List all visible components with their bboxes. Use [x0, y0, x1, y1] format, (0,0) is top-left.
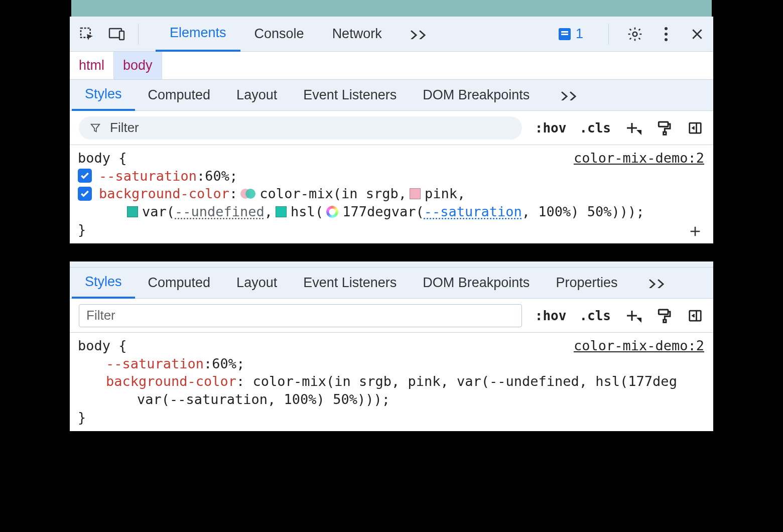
declaration-checkbox[interactable] — [78, 187, 92, 201]
css-semi: ; — [229, 167, 237, 185]
css-colon: : — [197, 167, 205, 185]
tab-network[interactable]: Network — [318, 17, 396, 52]
toolbar-divider — [138, 24, 139, 45]
css-semi: ; — [636, 203, 644, 221]
subtabs-overflow[interactable] — [548, 80, 593, 111]
styles-filter-input[interactable]: Filter — [79, 116, 522, 140]
subtab-layout[interactable]: Layout — [223, 268, 290, 299]
add-declaration-icon[interactable] — [686, 222, 704, 240]
filter-placeholder: Filter — [86, 308, 115, 323]
style-rule: color-mix-demo:2 body { --saturation : 6… — [70, 333, 713, 431]
dom-breadcrumb: html body — [70, 52, 713, 80]
svg-rect-13 — [664, 320, 666, 322]
css-value[interactable]: 177deg — [342, 203, 392, 221]
toggle-sidebar-icon[interactable] — [686, 307, 704, 325]
cls-toggle[interactable]: .cls — [579, 120, 611, 136]
declaration-checkbox[interactable] — [78, 169, 92, 183]
css-value[interactable]: 60% — [212, 355, 236, 373]
main-toolbar: Elements Console Network 1 — [70, 17, 713, 52]
subtab-layout[interactable]: Layout — [223, 80, 290, 111]
rule-source-link[interactable]: color-mix-demo:2 — [574, 337, 704, 355]
css-property[interactable]: background-color — [99, 185, 229, 203]
subtab-computed[interactable]: Computed — [135, 268, 224, 299]
issues-count: 1 — [576, 26, 583, 42]
tabs-overflow[interactable] — [396, 17, 443, 52]
css-property[interactable]: background-color — [106, 372, 236, 390]
new-style-rule-icon[interactable] — [624, 119, 642, 137]
styles-filter-input[interactable]: Filter — [79, 304, 522, 327]
color-swatch-pink[interactable] — [410, 188, 421, 199]
style-rule: color-mix-demo:2 body { --saturation : 6… — [70, 145, 713, 243]
tab-elements[interactable]: Elements — [156, 17, 240, 52]
svg-point-5 — [665, 33, 668, 36]
color-swatch-teal[interactable] — [276, 206, 287, 217]
subtabs-overflow[interactable] — [635, 268, 681, 299]
svg-rect-14 — [690, 311, 701, 321]
devtools-panel-top: Elements Console Network 1 — [70, 17, 713, 243]
subtab-event-listeners[interactable]: Event Listeners — [290, 80, 410, 111]
settings-icon[interactable] — [626, 25, 644, 43]
styles-filter-row: Filter :hov .cls — [70, 111, 713, 145]
css-property[interactable]: --saturation — [106, 355, 204, 373]
brace-close: } — [78, 409, 86, 427]
main-tabs: Elements Console Network — [156, 17, 443, 52]
breadcrumb-html[interactable]: html — [70, 52, 114, 79]
css-semi: ; — [236, 355, 244, 373]
subtab-dom-breakpoints[interactable]: DOM Breakpoints — [410, 80, 543, 111]
css-colon: : — [204, 355, 212, 373]
css-value[interactable]: in srgb, — [341, 185, 407, 203]
cls-toggle[interactable]: .cls — [579, 308, 611, 323]
new-style-rule-icon[interactable] — [624, 307, 642, 325]
css-value[interactable]: var(--saturation, 100%) 50%))); — [137, 390, 390, 409]
subtab-event-listeners[interactable]: Event Listeners — [290, 268, 410, 299]
css-value[interactable]: var( — [142, 203, 175, 221]
brace-open: { — [118, 149, 126, 167]
filter-placeholder: Filter — [110, 120, 139, 136]
css-colon: : — [229, 185, 237, 203]
kebab-menu-icon[interactable] — [657, 25, 675, 43]
paint-icon[interactable] — [655, 119, 673, 137]
rule-selector[interactable]: body — [78, 337, 110, 355]
rule-selector[interactable]: body — [78, 149, 110, 167]
brace-open: { — [118, 337, 126, 355]
filter-icon — [90, 122, 101, 134]
subtab-computed[interactable]: Computed — [135, 80, 224, 111]
css-value[interactable]: : color-mix(in srgb, pink, var(--undefin… — [236, 372, 677, 390]
css-value[interactable]: var( — [392, 203, 424, 221]
page-preview-strip — [70, 0, 713, 17]
css-variable-undefined[interactable]: --undefined — [175, 203, 265, 221]
svg-rect-8 — [664, 132, 666, 135]
tab-console[interactable]: Console — [240, 17, 318, 52]
toggle-sidebar-icon[interactable] — [686, 119, 704, 137]
device-toolbar-icon[interactable] — [108, 25, 126, 43]
brace-close: } — [78, 221, 86, 239]
css-value[interactable]: pink — [425, 185, 457, 203]
svg-rect-12 — [659, 310, 668, 314]
css-variable-saturation[interactable]: --saturation — [424, 203, 522, 221]
hov-toggle[interactable]: :hov — [535, 120, 567, 136]
color-swatch-teal[interactable] — [127, 206, 138, 217]
svg-point-3 — [633, 32, 637, 36]
svg-point-6 — [665, 38, 668, 41]
subtab-styles[interactable]: Styles — [72, 80, 135, 111]
hue-ring-icon[interactable] — [326, 206, 338, 218]
color-mix-icon[interactable] — [240, 188, 255, 200]
rule-source-link[interactable]: color-mix-demo:2 — [574, 149, 704, 167]
subtab-styles[interactable]: Styles — [72, 268, 135, 299]
svg-point-4 — [665, 27, 668, 30]
close-icon[interactable] — [688, 25, 706, 43]
css-value[interactable]: 60% — [205, 167, 229, 185]
hov-toggle[interactable]: :hov — [535, 308, 567, 323]
css-value[interactable]: color-mix( — [259, 185, 341, 203]
inspect-icon[interactable] — [78, 25, 96, 43]
subtab-dom-breakpoints[interactable]: DOM Breakpoints — [410, 268, 543, 299]
subtab-properties[interactable]: Properties — [543, 268, 630, 299]
css-value[interactable]: hsl( — [291, 203, 323, 221]
breadcrumb-body[interactable]: body — [114, 52, 162, 79]
css-value[interactable]: , 100%) 50%))) — [522, 203, 636, 221]
toolbar-divider — [608, 24, 609, 45]
issues-indicator[interactable]: 1 — [559, 26, 583, 42]
paint-icon[interactable] — [655, 307, 673, 325]
issues-icon — [559, 28, 571, 40]
css-property[interactable]: --saturation — [99, 167, 197, 185]
